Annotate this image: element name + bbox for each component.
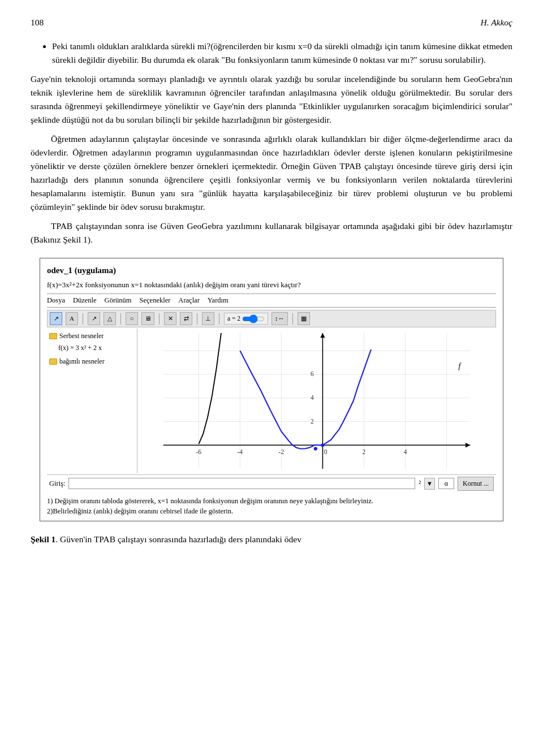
- toolbar-transform-btn[interactable]: ⇄: [180, 312, 192, 325]
- slider-input[interactable]: [242, 316, 265, 322]
- input-label: Giriş:: [49, 478, 65, 489]
- toolbar-line-btn[interactable]: ↗: [88, 312, 100, 325]
- bullet-item-1: Peki tanımlı oldukları aralıklarda sürek…: [52, 40, 512, 67]
- menu-yardim[interactable]: Yardım: [208, 295, 229, 306]
- slider-display: a = 2: [224, 313, 268, 325]
- kornut-button[interactable]: Kornut ...: [458, 477, 494, 491]
- svg-text:4: 4: [404, 448, 407, 455]
- sidebar-folder-label-2: bağımlı nesneler: [59, 356, 105, 367]
- toolbar-sep-6: [292, 313, 293, 325]
- svg-text:-6: -6: [196, 448, 202, 455]
- alpha-input[interactable]: α: [438, 478, 454, 489]
- figure-menubar: Dosya Düzenle Görünüm Seçenekler Araçlar…: [47, 293, 496, 308]
- menu-gorunum[interactable]: Görünüm: [105, 295, 132, 306]
- sidebar-folder-1: Serbest nesneler: [49, 331, 135, 342]
- figure-instructions: 1) Değişim oranını tabloda göstererek, x…: [47, 496, 496, 516]
- svg-text:-4: -4: [238, 448, 243, 455]
- toolbar-cursor-btn[interactable]: ↗: [50, 312, 62, 325]
- svg-text:-2: -2: [279, 448, 285, 455]
- toolbar-move-btn[interactable]: ↕↔: [272, 312, 288, 325]
- toolbar-sep-5: [219, 313, 219, 325]
- toolbar-intersect-btn[interactable]: ✕: [164, 312, 176, 325]
- geogebra-input[interactable]: [68, 478, 415, 489]
- sidebar-item-fx: f(x) = 3 x² + 2 x: [58, 343, 135, 353]
- toolbar-sep-4: [197, 313, 197, 325]
- toolbar-poly-btn[interactable]: △: [104, 312, 116, 325]
- figure-title: odev_1 (uygulama): [47, 264, 496, 277]
- figure-main: Serbest nesneler f(x) = 3 x² + 2 x bağım…: [47, 329, 496, 473]
- caption-label: Şekil 1: [31, 534, 55, 544]
- toolbar-measure-btn[interactable]: ⊥: [202, 312, 214, 325]
- figure-input-row: Giriş: ² ▼ α Kornut ...: [47, 474, 496, 493]
- svg-text:6: 6: [311, 370, 314, 377]
- content-block: Peki tanımlı oldukları aralıklarda sürek…: [31, 40, 512, 546]
- toolbar-circle-btn[interactable]: ○: [126, 312, 138, 325]
- svg-point-29: [321, 443, 324, 447]
- svg-text:2: 2: [363, 448, 366, 455]
- graph-svg: -6 -4 -2 0 2 4 2 4 6 f: [158, 333, 475, 469]
- dropdown-icon[interactable]: ▼: [424, 478, 435, 490]
- menu-secenekler[interactable]: Seçenekler: [140, 295, 171, 306]
- paragraph-1: Gaye'nin teknoloji ortamında sormayı pla…: [31, 72, 512, 127]
- sidebar-folder-2: bağımlı nesneler: [49, 356, 135, 367]
- page-author: H. Akkoç: [480, 16, 512, 29]
- bullet-text-1: Peki tanımlı oldukları aralıklarda sürek…: [52, 41, 512, 64]
- page-header: 108 H. Akkoç: [31, 16, 512, 29]
- figure-graph: -6 -4 -2 0 2 4 2 4 6 f: [137, 329, 496, 473]
- instruction-1: 1) Değişim oranını tabloda göstererek, x…: [47, 496, 496, 506]
- svg-text:2: 2: [311, 418, 314, 425]
- figure-sidebar: Serbest nesneler f(x) = 3 x² + 2 x bağım…: [47, 329, 137, 473]
- menu-dosya[interactable]: Dosya: [47, 295, 65, 306]
- toolbar-conic-btn[interactable]: 🖥: [141, 312, 154, 325]
- figure-container: odev_1 (uygulama) f(x)=3x²+2x fonksiyonu…: [40, 258, 503, 521]
- caption-text: . Güven'in TPAB çalıştayı sonrasında haz…: [55, 534, 301, 544]
- paragraph-3: TPAB çalıştayından sonra ise Güven GeoGe…: [31, 219, 512, 247]
- figure-toolbar: ↗ A ↗ △ ○ 🖥 ✕ ⇄ ⊥ a = 2 ↕↔ ▦: [47, 310, 496, 327]
- toolbar-sep-2: [120, 313, 121, 325]
- sidebar-folder-label-1: Serbest nesneler: [59, 331, 104, 342]
- toolbar-sep-1: [83, 313, 83, 325]
- svg-text:0: 0: [324, 448, 327, 455]
- instruction-2: 2)Belirlediğiniz (anlık) değişim oranını…: [47, 506, 496, 516]
- folder-icon-1: [49, 333, 57, 339]
- bullet-list: Peki tanımlı oldukları aralıklarda sürek…: [52, 40, 512, 67]
- sidebar-fx-label: f(x) = 3 x² + 2 x: [58, 344, 102, 352]
- figure-question: f(x)=3x²+2x fonksiyonunun x=1 noktasında…: [47, 279, 496, 291]
- menu-araclar[interactable]: Araçlar: [178, 295, 199, 306]
- square-icon: ²: [419, 478, 421, 489]
- svg-text:4: 4: [311, 394, 314, 401]
- toolbar-sep-3: [159, 313, 160, 325]
- menu-duzenle[interactable]: Düzenle: [73, 295, 97, 306]
- paragraph-2: Öğretmen adaylarının çalıştaylar öncesin…: [31, 132, 512, 214]
- toolbar-extra-btn[interactable]: ▦: [298, 312, 310, 325]
- slider-label: a = 2: [227, 314, 240, 324]
- toolbar-point-btn[interactable]: A: [66, 312, 78, 325]
- figure-caption: Şekil 1. Güven'in TPAB çalıştayı sonrası…: [31, 533, 512, 546]
- folder-icon-2: [49, 358, 57, 365]
- page-number: 108: [31, 16, 44, 29]
- svg-point-28: [314, 447, 317, 450]
